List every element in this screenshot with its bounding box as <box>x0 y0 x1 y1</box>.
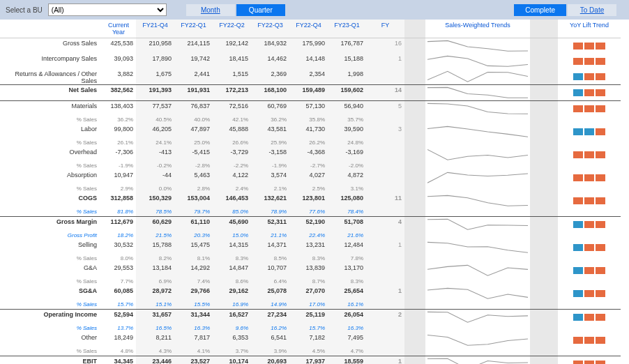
subcell-q: 21.1% <box>251 232 289 240</box>
cell-q: 2,441 <box>174 69 213 84</box>
cell-q: 46,205 <box>136 124 174 139</box>
cell-q: 184,932 <box>251 38 289 54</box>
cell-q: 60,629 <box>136 217 174 232</box>
subcell-q: 40.5% <box>136 116 174 124</box>
complete-button[interactable]: Complete <box>514 4 566 16</box>
hdr-blank <box>0 20 101 38</box>
gap <box>530 301 558 309</box>
gap <box>530 286 558 301</box>
spark-empty <box>425 208 530 216</box>
yoy-bars <box>558 333 621 348</box>
yoy-empty <box>558 278 621 286</box>
cell-q: 31,344 <box>174 310 213 325</box>
subcell-q: 78.4% <box>328 208 366 216</box>
subcell-q: 4.5% <box>289 348 328 356</box>
yoy-bars <box>558 101 621 116</box>
hdr-q6: FY <box>366 20 404 38</box>
sparkline <box>425 69 530 84</box>
cell-q: 76,837 <box>174 101 213 116</box>
yoy-bars <box>558 263 621 278</box>
cell-q: 8,211 <box>136 333 174 348</box>
spark-empty <box>425 301 530 309</box>
subcell-q: 35.7% <box>328 116 366 124</box>
subcell-current: 2.9% <box>101 185 136 193</box>
subcell-q: 16.9% <box>213 301 251 309</box>
cell-q: 47,897 <box>174 124 213 139</box>
cell-q: 4,872 <box>328 170 366 185</box>
cell-current: 99,800 <box>101 124 136 139</box>
row-label: Gross Margin <box>0 217 101 232</box>
subcell-current: 7.7% <box>101 278 136 286</box>
cell-q: 1 <box>366 356 404 364</box>
hdr-q3: FY22-Q3 <box>251 20 289 38</box>
cell-q: 31,657 <box>136 310 174 325</box>
bu-select[interactable]: (All) <box>48 3 167 16</box>
gap <box>404 116 425 124</box>
cell-q: 39,590 <box>328 124 366 139</box>
yoy-bars <box>558 240 621 255</box>
sparkline <box>425 240 530 255</box>
hdr-gap <box>404 20 425 38</box>
gap <box>530 217 558 232</box>
gap <box>530 124 558 139</box>
gap <box>404 240 425 255</box>
sparkline <box>425 193 530 208</box>
gap <box>530 69 558 84</box>
cell-q: 25,654 <box>328 286 366 301</box>
subcell-q <box>366 278 404 286</box>
sparkline <box>425 263 530 278</box>
subcell-current: 8.0% <box>101 255 136 263</box>
cell-current: 52,594 <box>101 310 136 325</box>
row-sublabel: % Sales <box>0 116 101 124</box>
spark-empty <box>425 278 530 286</box>
subcell-q: -1.9% <box>251 162 289 170</box>
row-sublabel: % Sales <box>0 162 101 170</box>
todate-button[interactable]: To Date <box>568 4 616 16</box>
subcell-q <box>366 255 404 263</box>
row-sublabel: % Sales <box>0 301 101 309</box>
gap <box>530 263 558 278</box>
subcell-q: 77.6% <box>289 208 328 216</box>
yoy-empty <box>558 301 621 309</box>
spark-empty <box>425 255 530 263</box>
subcell-q: 35.8% <box>289 116 328 124</box>
subcell-q <box>366 325 404 333</box>
gap <box>530 325 558 333</box>
quarter-button[interactable]: Quarter <box>236 4 285 16</box>
cell-current: 312,858 <box>101 193 136 208</box>
row-label: Net Sales <box>0 85 101 100</box>
cell-q: 159,602 <box>328 85 366 100</box>
month-button[interactable]: Month <box>186 4 235 16</box>
cell-q <box>366 333 404 348</box>
row-sublabel: % Sales <box>0 278 101 286</box>
yoy-bars <box>558 147 621 162</box>
cell-q: 191,931 <box>174 85 213 100</box>
sparkline <box>425 85 530 100</box>
subcell-q: 7.4% <box>174 278 213 286</box>
cell-q: 17,890 <box>136 54 174 69</box>
sparkline <box>425 356 530 364</box>
cell-q: 43,581 <box>251 124 289 139</box>
subcell-q: 24.8% <box>328 139 366 147</box>
topbar: Select a BU (All) Month Quarter Complete… <box>0 0 629 20</box>
row-sublabel: % Sales <box>0 185 101 193</box>
cell-q: 15,475 <box>174 240 213 255</box>
subcell-q: 42.1% <box>213 116 251 124</box>
subcell-q: 40.0% <box>174 116 213 124</box>
gap <box>404 232 425 240</box>
subcell-q: 24.1% <box>136 139 174 147</box>
gap <box>404 193 425 208</box>
gap <box>404 278 425 286</box>
cell-q: 13,231 <box>289 240 328 255</box>
gap <box>530 38 558 54</box>
row-label: Absorption <box>0 170 101 185</box>
cell-q: 15,788 <box>136 240 174 255</box>
sparkline <box>425 286 530 301</box>
subcell-q: 25.9% <box>251 139 289 147</box>
subcell-q: 26.6% <box>213 139 251 147</box>
cell-q: 125,080 <box>328 193 366 208</box>
cell-q: 5,463 <box>174 170 213 185</box>
subcell-q: 15.7% <box>289 325 328 333</box>
row-label: Operating Income <box>0 310 101 325</box>
sparkline <box>425 170 530 185</box>
